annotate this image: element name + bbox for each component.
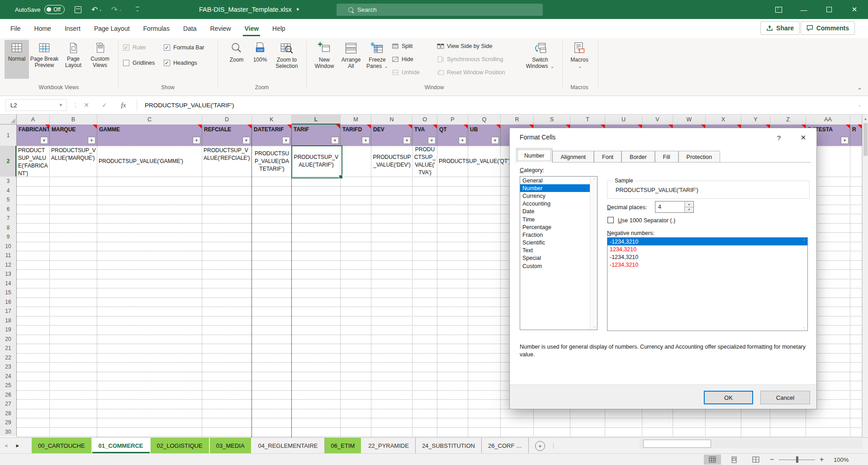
ribbon-display-options-button[interactable] xyxy=(768,0,788,19)
category-item-custom[interactable]: Custom xyxy=(520,262,591,270)
cell-L2[interactable]: PRODUCTSUP_VALUE('TARIF') xyxy=(292,146,341,177)
zoom-to-selection-button[interactable]: Zoom to Selection xyxy=(272,40,302,79)
row-header-29[interactable]: 29 xyxy=(0,418,17,427)
column-header-Y[interactable]: Y xyxy=(741,115,770,125)
category-item-special[interactable]: Special xyxy=(520,254,591,262)
category-item-percentage[interactable]: Percentage xyxy=(520,223,591,231)
row-header-25[interactable]: 25 xyxy=(0,381,17,390)
formula-input[interactable]: PRODUCTSUP_VALUE('TARIF') xyxy=(145,99,234,111)
negative-format-option-0[interactable]: -1234,3210 xyxy=(607,238,807,245)
column-header-L[interactable]: L xyxy=(292,115,341,125)
category-item-time[interactable]: Time xyxy=(520,216,591,223)
column-header-partial[interactable] xyxy=(850,115,862,125)
row-header-9[interactable]: 9 xyxy=(0,232,17,242)
sheet-tab-26-corf[interactable]: 26_CORF … xyxy=(482,438,529,453)
cell-Q2[interactable] xyxy=(468,146,501,177)
minimize-button[interactable]: — xyxy=(794,0,814,19)
table-header-cell-tva[interactable]: TVA▼ xyxy=(413,125,437,146)
filter-dropdown-icon[interactable]: ▼ xyxy=(459,137,466,144)
filter-dropdown-icon[interactable]: ▼ xyxy=(242,137,250,144)
freeze-panes-button[interactable]: Freeze Panes ⌄ xyxy=(365,40,390,79)
filter-dropdown-icon[interactable]: ▼ xyxy=(193,137,200,144)
row-header-19[interactable]: 19 xyxy=(0,325,17,335)
insert-function-icon[interactable]: fx xyxy=(117,99,130,111)
menu-tab-help[interactable]: Help xyxy=(266,19,292,38)
category-item-scientific[interactable]: Scientific xyxy=(520,239,591,247)
dialog-close-button[interactable]: ✕ xyxy=(797,132,810,144)
column-header-K[interactable]: K xyxy=(252,115,292,125)
status-page-layout-view-button[interactable] xyxy=(726,455,743,465)
dialog-tab-alignment[interactable]: Alignment xyxy=(552,151,594,163)
menu-tab-view[interactable]: View xyxy=(237,19,266,38)
row-header-17[interactable]: 17 xyxy=(0,307,17,316)
decimal-places-stepper[interactable]: 4 ▲▼ xyxy=(655,201,694,213)
menu-tab-review[interactable]: Review xyxy=(204,19,238,38)
column-header-D[interactable]: D xyxy=(202,115,252,125)
row-header-13[interactable]: 13 xyxy=(0,269,17,279)
category-scroll-up-icon[interactable]: ⌃ xyxy=(593,178,596,182)
filter-dropdown-icon[interactable]: ▼ xyxy=(88,137,95,144)
row-header-23[interactable]: 23 xyxy=(0,362,17,372)
undo-button[interactable]: ↶⌄ xyxy=(91,0,102,19)
row-header-11[interactable]: 11 xyxy=(0,251,17,260)
checkbox-ruler[interactable]: ✓Ruler xyxy=(123,43,155,52)
split-button[interactable]: Split xyxy=(392,42,420,51)
row-header-26[interactable]: 26 xyxy=(0,390,17,400)
menu-tab-insert[interactable]: Insert xyxy=(58,19,87,38)
scroll-up-icon[interactable]: ▲ xyxy=(863,115,868,122)
column-header-W[interactable]: W xyxy=(673,115,706,125)
negative-numbers-listbox[interactable]: ⌃ ⌄ -1234,32101234,3210-1234,3210-1234,3… xyxy=(607,237,808,331)
filter-dropdown-icon[interactable]: ▼ xyxy=(282,137,290,144)
arrange-all-button[interactable]: Arrange All xyxy=(338,40,364,79)
column-header-Q[interactable]: Q xyxy=(468,115,501,125)
hide-button[interactable]: Hide xyxy=(392,55,420,64)
zoom-in-icon[interactable]: + xyxy=(820,454,824,465)
menu-tab-data[interactable]: Data xyxy=(176,19,204,38)
decimal-places-value[interactable]: 4 xyxy=(655,201,684,212)
row-header-24[interactable]: 24 xyxy=(0,372,17,381)
redo-button[interactable]: ↷⌄ xyxy=(111,0,122,19)
normal-view-ribbon-button[interactable]: Normal xyxy=(5,40,29,79)
close-button[interactable]: ✕ xyxy=(844,0,864,19)
row-header-2[interactable]: 2 xyxy=(0,146,17,177)
category-item-date[interactable]: Date xyxy=(520,208,591,216)
menu-tab-page-layout[interactable]: Page Layout xyxy=(87,19,137,38)
cell-K2[interactable]: PRODUCTSUP_VALUE('DATETARIF') xyxy=(252,146,292,177)
row-header-15[interactable]: 15 xyxy=(0,288,17,297)
stepper-up-icon[interactable]: ▲ xyxy=(685,201,693,207)
filter-dropdown-icon[interactable]: ▼ xyxy=(362,137,370,144)
table-header-cell-tarif[interactable]: TARIF▼ xyxy=(292,125,341,146)
name-box-dropdown-icon[interactable]: ▼ xyxy=(59,103,63,107)
row-header-28[interactable]: 28 xyxy=(0,409,17,418)
row-header-20[interactable]: 20 xyxy=(0,335,17,344)
vertical-scrollbar-thumb[interactable] xyxy=(863,123,868,156)
horizontal-scrollbar[interactable] xyxy=(640,439,862,448)
table-header-cell-dev[interactable]: DEV▼ xyxy=(371,125,413,146)
dialog-tab-number[interactable]: Number xyxy=(516,148,552,163)
vertical-scrollbar[interactable]: ▲ ▼ xyxy=(862,115,868,453)
category-list-scrollbar[interactable]: ⌃ ⌄ xyxy=(590,177,597,330)
search-input[interactable]: Search xyxy=(337,4,543,16)
column-header-P[interactable]: P xyxy=(437,115,468,125)
comments-button[interactable]: Comments xyxy=(801,21,855,35)
macros-button[interactable]: Macros⌄ xyxy=(566,40,593,79)
table-header-cell-tarifd[interactable]: TARIFD▼ xyxy=(341,125,371,146)
category-item-fraction[interactable]: Fraction xyxy=(520,231,591,239)
negative-scroll-up-icon[interactable]: ⌃ xyxy=(802,239,806,244)
ok-button[interactable]: OK xyxy=(704,391,753,404)
row-header-10[interactable]: 10 xyxy=(0,242,17,251)
sheet-tab-06-etim[interactable]: 06_ETIM xyxy=(325,438,361,453)
cancel-entry-icon[interactable]: ✕ xyxy=(80,99,93,111)
dialog-tab-protection[interactable]: Protection xyxy=(678,151,720,163)
customize-quick-access-icon[interactable]: ⌄ xyxy=(136,0,139,19)
category-listbox[interactable]: ⌃ ⌄ GeneralNumberCurrencyAccountingDateT… xyxy=(520,176,598,330)
cell-N2[interactable]: PRODUCTSUP_VALUE('DEV') xyxy=(371,146,413,177)
name-box[interactable]: L2▼ xyxy=(5,99,67,111)
row-header-12[interactable]: 12 xyxy=(0,260,17,270)
column-header-R[interactable]: R xyxy=(501,115,534,125)
row-header-1[interactable]: 1 xyxy=(0,125,17,146)
row-header-6[interactable]: 6 xyxy=(0,205,17,214)
table-header-cell-marque[interactable]: MARQUE▼ xyxy=(50,125,97,146)
column-header-A[interactable]: A xyxy=(17,115,50,125)
row-header-27[interactable]: 27 xyxy=(0,399,17,409)
